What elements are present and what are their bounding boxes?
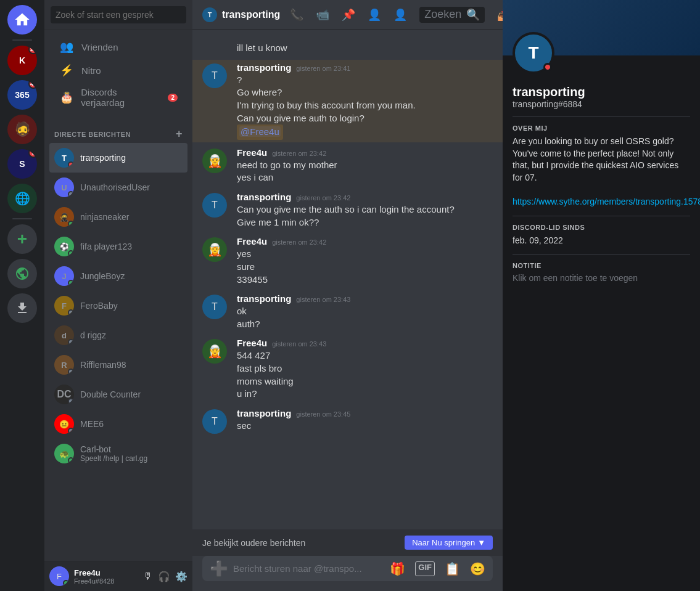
- phone-call-icon[interactable]: 📞: [290, 8, 303, 22]
- profile-link[interactable]: https://www.sythe.org/members/transporti…: [513, 197, 700, 206]
- birthday-badge: 2: [168, 94, 178, 102]
- server-icon-home[interactable]: [7, 5, 37, 35]
- dm-username-ninjasneaker: ninjasneaker: [80, 212, 183, 222]
- chat-header-avatar: T: [202, 7, 217, 22]
- message-author-5[interactable]: transporting: [237, 293, 291, 304]
- header-search-box[interactable]: Zoeken 🔍: [419, 7, 485, 23]
- message-author-3[interactable]: transporting: [237, 192, 291, 202]
- nav-item-birthday[interactable]: 🎂 Discords verjaardag 2: [49, 82, 187, 113]
- dm-user-riffleman[interactable]: R Riffleman98: [49, 350, 187, 380]
- message-group-7: T transporting gisteren om 23:45 sec: [192, 406, 503, 436]
- dm-username-riffleman: Riffleman98: [80, 360, 183, 370]
- dm-user-doublecounter[interactable]: DC Double Counter: [49, 380, 187, 409]
- message-content-2: Free4u gisteren om 23:42 need to go to m…: [237, 147, 493, 184]
- dm-user-transporting[interactable]: T transporting: [49, 143, 187, 173]
- download-button[interactable]: [7, 293, 37, 323]
- add-dm-button[interactable]: +: [176, 128, 183, 141]
- server-icon-3[interactable]: 🧔: [7, 115, 37, 144]
- profile-about-title: OVER MIJ: [513, 124, 690, 132]
- dm-user-fifaplayer[interactable]: ⚽ fifa player123: [49, 232, 187, 261]
- message-avatar-free4u-4: 🧝: [202, 237, 227, 262]
- message-timestamp-5: gisteren om 23:43: [296, 296, 350, 303]
- message-author-4[interactable]: Free4u: [237, 236, 267, 247]
- message-line-1-1: Go where?: [237, 86, 493, 99]
- dm-user-carlbot[interactable]: 🐢 Carl-bot Speelt /help | carl.gg: [49, 439, 187, 468]
- message-content-7: transporting gisteren om 23:45 sec: [237, 408, 493, 434]
- message-author-1[interactable]: transporting: [237, 62, 291, 73]
- message-line-5-0: ok: [237, 305, 493, 318]
- dm-user-ferobaby[interactable]: F FeroBaby: [49, 291, 187, 320]
- chat-input-box: ➕ 🎁 GIF 📋 😊: [202, 556, 493, 581]
- pin-icon[interactable]: 📌: [342, 8, 355, 22]
- status-dot-mee6: [68, 428, 74, 434]
- emoji-icon[interactable]: 😊: [470, 561, 485, 576]
- status-dot-jungleboyz: [68, 280, 74, 286]
- deafen-button[interactable]: 🎧: [158, 571, 170, 582]
- footer-controls: 🎙 🎧 ⚙️: [143, 571, 187, 582]
- message-line-4-2: 339455: [237, 274, 493, 287]
- profile-member-since-date: feb. 09, 2022: [513, 235, 690, 247]
- dm-username-unauthorised: UnauthorisedUser: [80, 182, 183, 192]
- jump-chevron-icon: ▼: [477, 538, 485, 547]
- gif-icon[interactable]: GIF: [415, 561, 435, 576]
- message-author-2[interactable]: Free4u: [237, 147, 267, 158]
- dm-user-ninjasneaker[interactable]: 🥷 ninjasneaker: [49, 202, 187, 232]
- dm-username-transporting: transporting: [80, 153, 183, 163]
- jump-to-now-button[interactable]: Naar Nu springen ▼: [405, 536, 493, 550]
- dm-user-driggz[interactable]: d d riggz: [49, 320, 187, 350]
- dm-username-driggz: d riggz: [80, 330, 183, 340]
- message-line-1-3: Can you give me auth to login?: [237, 112, 493, 125]
- profile-note-input[interactable]: Klik om een notitie toe te voegen: [513, 273, 690, 283]
- dm-username-jungleboyz: JungleBoyz: [80, 271, 183, 281]
- message-group-6: 🧝 Free4u gisteren om 23:43 544 427 fast …: [192, 335, 503, 403]
- avatar-carlbot: 🐢: [54, 444, 74, 463]
- server-icon-2[interactable]: 365 42: [7, 80, 37, 110]
- message-author-6[interactable]: Free4u: [237, 338, 267, 348]
- avatar-mee6: 😐: [54, 414, 74, 434]
- header-search-icon: 🔍: [466, 8, 480, 22]
- settings-button[interactable]: ⚙️: [175, 571, 187, 582]
- server-badge-1: 22: [28, 46, 37, 54]
- server-icon-5[interactable]: 🌐: [7, 184, 37, 213]
- search-input[interactable]: [51, 6, 186, 23]
- server-badge-4: 5: [28, 149, 37, 158]
- message-author-7[interactable]: transporting: [237, 408, 291, 418]
- nav-item-nitro[interactable]: ⚡ Nitro: [49, 59, 187, 82]
- message-avatar-transporting-5: T: [202, 295, 227, 319]
- add-server-button[interactable]: +: [7, 224, 37, 254]
- jump-button-label: Naar Nu springen: [412, 538, 475, 547]
- message-avatar-spacer: [202, 42, 227, 55]
- chat-channel-name: transporting: [222, 9, 280, 20]
- profile-icon[interactable]: 👤: [393, 8, 407, 22]
- explore-button[interactable]: [7, 259, 37, 288]
- chat-header-icons: 📞 📹 📌 👤 👤 Zoeken 🔍 📥 ❓: [290, 7, 537, 23]
- server-divider-2: [12, 218, 32, 219]
- dm-sidebar: 👥 Vrienden ⚡ Nitro 🎂 Discords verjaardag…: [44, 0, 192, 591]
- profile-tag: transporting#6884: [513, 99, 690, 109]
- nav-label-nitro: Nitro: [81, 65, 101, 76]
- message-line-6-1: fast pls bro: [237, 362, 493, 375]
- status-dot-transporting: [68, 161, 74, 168]
- server-icon-4[interactable]: S 5: [7, 149, 37, 179]
- avatar-transporting: T: [54, 148, 74, 168]
- status-dot-fifaplayer: [68, 250, 74, 256]
- message-header-1: transporting gisteren om 23:41: [237, 62, 493, 73]
- attach-button[interactable]: ➕: [210, 560, 228, 577]
- profile-divider-1: [513, 116, 690, 117]
- server-icon-1[interactable]: K 22: [7, 46, 37, 75]
- nav-item-friends[interactable]: 👥 Vrienden: [49, 35, 187, 59]
- video-call-icon[interactable]: 📹: [316, 8, 329, 22]
- add-friend-icon[interactable]: 👤: [368, 8, 381, 22]
- message-timestamp-4: gisteren om 23:42: [272, 238, 326, 246]
- dm-user-unauthorised[interactable]: U UnauthorisedUser: [49, 173, 187, 202]
- sticker-icon[interactable]: 📋: [445, 561, 460, 576]
- mute-button[interactable]: 🎙: [143, 571, 153, 582]
- dm-user-mee6[interactable]: 😐 MEE6: [49, 409, 187, 439]
- avatar-unauthorised: U: [54, 177, 74, 197]
- message-avatar-transporting-3: T: [202, 193, 227, 218]
- dm-user-jungleboyz[interactable]: J JungleBoyz: [49, 261, 187, 291]
- status-dot-unauthorised: [68, 191, 74, 197]
- gift-icon[interactable]: 🎁: [390, 561, 405, 576]
- status-dot-ferobaby: [68, 309, 74, 316]
- message-input[interactable]: [233, 556, 385, 581]
